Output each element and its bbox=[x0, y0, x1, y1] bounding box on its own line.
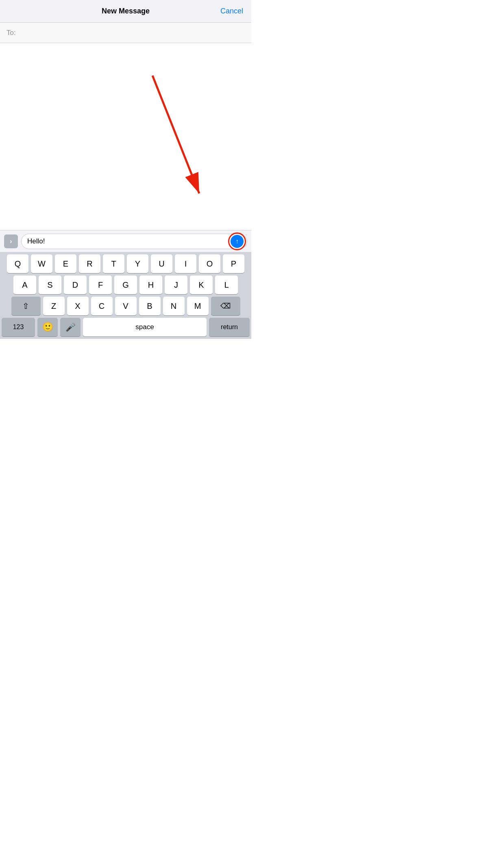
key-s[interactable]: S bbox=[39, 276, 61, 294]
to-label: To: bbox=[7, 29, 16, 37]
key-y[interactable]: Y bbox=[127, 254, 148, 273]
message-input[interactable] bbox=[27, 237, 231, 245]
key-m[interactable]: M bbox=[187, 297, 209, 315]
cancel-button[interactable]: Cancel bbox=[220, 7, 243, 15]
key-z[interactable]: Z bbox=[43, 297, 65, 315]
page-title: New Message bbox=[102, 7, 150, 15]
key-microphone[interactable]: 🎤 bbox=[60, 318, 81, 336]
send-button-wrap: ↑ bbox=[231, 235, 244, 248]
key-u[interactable]: U bbox=[151, 254, 172, 273]
send-button[interactable]: ↑ bbox=[231, 235, 244, 248]
microphone-icon: 🎤 bbox=[65, 322, 76, 332]
keyboard-row-2: A S D F G H J K L bbox=[0, 273, 251, 294]
key-n[interactable]: N bbox=[163, 297, 185, 315]
key-k[interactable]: K bbox=[190, 276, 213, 294]
key-123-label: 123 bbox=[13, 323, 24, 331]
key-q[interactable]: Q bbox=[7, 254, 28, 273]
key-delete[interactable]: ⌫ bbox=[211, 297, 240, 315]
key-f[interactable]: F bbox=[89, 276, 112, 294]
annotation-arrow bbox=[0, 43, 251, 230]
key-t[interactable]: T bbox=[103, 254, 124, 273]
key-space[interactable]: space bbox=[83, 318, 207, 336]
key-g[interactable]: G bbox=[114, 276, 137, 294]
key-shift[interactable]: ⇧ bbox=[11, 297, 41, 315]
emoji-icon: 🙂 bbox=[42, 322, 53, 332]
send-icon: ↑ bbox=[235, 238, 239, 245]
message-input-wrap: ↑ bbox=[21, 234, 247, 249]
key-i[interactable]: I bbox=[175, 254, 196, 273]
key-e[interactable]: E bbox=[55, 254, 76, 273]
key-w[interactable]: W bbox=[31, 254, 52, 273]
key-p[interactable]: P bbox=[223, 254, 244, 273]
key-x[interactable]: X bbox=[67, 297, 89, 315]
chevron-right-icon: › bbox=[10, 238, 12, 245]
key-r[interactable]: R bbox=[79, 254, 100, 273]
key-return[interactable]: return bbox=[209, 318, 250, 336]
shift-icon: ⇧ bbox=[22, 301, 29, 311]
svg-line-1 bbox=[152, 76, 199, 193]
delete-icon: ⌫ bbox=[220, 302, 231, 310]
key-b[interactable]: B bbox=[139, 297, 161, 315]
key-o[interactable]: O bbox=[199, 254, 220, 273]
key-j[interactable]: J bbox=[165, 276, 187, 294]
message-body bbox=[0, 43, 251, 230]
keyboard-row-3: ⇧ Z X C V B N M ⌫ bbox=[0, 294, 251, 315]
space-label: space bbox=[135, 323, 154, 331]
key-emoji[interactable]: 🙂 bbox=[37, 318, 58, 336]
to-field[interactable]: To: bbox=[0, 23, 251, 43]
key-v[interactable]: V bbox=[115, 297, 137, 315]
key-d[interactable]: D bbox=[64, 276, 87, 294]
key-h[interactable]: H bbox=[139, 276, 162, 294]
keyboard-row-1: Q W E R T Y U I O P bbox=[0, 252, 251, 273]
key-l[interactable]: L bbox=[215, 276, 238, 294]
keyboard: Q W E R T Y U I O P A S D F G H J K L ⇧ … bbox=[0, 252, 251, 339]
header: New Message Cancel bbox=[0, 0, 251, 23]
key-c[interactable]: C bbox=[91, 297, 113, 315]
return-label: return bbox=[221, 323, 238, 331]
expand-button[interactable]: › bbox=[4, 234, 18, 248]
key-a[interactable]: A bbox=[13, 276, 36, 294]
keyboard-row-4: 123 🙂 🎤 space return bbox=[0, 315, 251, 339]
input-toolbar: › ↑ bbox=[0, 230, 251, 252]
key-123[interactable]: 123 bbox=[2, 318, 35, 336]
